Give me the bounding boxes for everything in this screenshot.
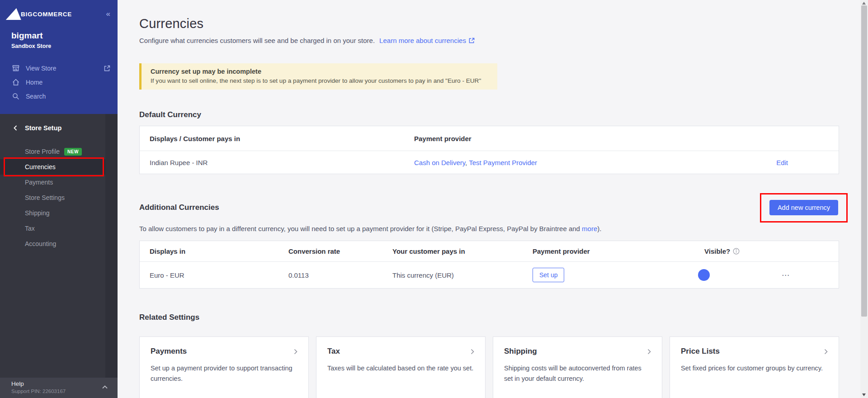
sidebar: BIGCOMMERCE « bigmart Sandbox Store View… [0, 0, 118, 398]
sidebar-item-label: Currencies [25, 163, 56, 171]
new-badge: NEW [64, 148, 82, 156]
provider-link-cash-on-delivery[interactable]: Cash on Delivery [414, 159, 465, 166]
card-title: Tax [327, 347, 340, 356]
sidebar-item-payments[interactable]: Payments [0, 175, 105, 190]
collapse-sidebar-icon[interactable]: « [106, 9, 110, 19]
provider-separator: , [465, 159, 467, 166]
sidebar-item-label: Tax [25, 225, 35, 232]
help-title: Help [11, 380, 110, 387]
sidebar-top-section: BIGCOMMERCE « bigmart Sandbox Store View… [0, 0, 118, 114]
additional-currencies-table: Displays in Conversion rate Your custome… [139, 241, 839, 289]
card-description: Set fixed prices for customer groups by … [681, 363, 828, 374]
sidebar-item-label: Search [26, 93, 46, 100]
row-menu-icon[interactable]: ⋯ [778, 270, 839, 280]
home-icon [12, 79, 19, 86]
currency-name: Euro - EUR [150, 271, 288, 279]
sidebar-item-search[interactable]: Search [0, 89, 118, 103]
column-header-displays: Displays / Customer pays in [150, 135, 414, 142]
description-suffix: ). [597, 225, 601, 232]
toggle-knob [698, 269, 710, 281]
column-header-pays-in: Your customer pays in [392, 247, 533, 255]
related-settings-cards: Payments Set up a payment provider to su… [139, 336, 839, 398]
sidebar-item-label: Accounting [25, 240, 56, 247]
store-block: bigmart Sandbox Store [0, 20, 118, 49]
external-link-icon [469, 38, 475, 43]
provider-link-test-payment-provider[interactable]: Test Payment Provider [469, 159, 537, 166]
sidebar-item-label: Home [26, 79, 42, 86]
column-header-payment-provider: Payment provider [414, 135, 762, 142]
provider-links: Cash on Delivery, Test Payment Provider [414, 159, 762, 166]
learn-more-link[interactable]: Learn more about currencies [379, 37, 475, 44]
chevron-up-icon[interactable] [102, 385, 108, 389]
external-link-icon [104, 65, 110, 71]
store-type: Sandbox Store [11, 43, 110, 49]
learn-more-label: Learn more about currencies [379, 37, 466, 44]
conversion-rate: 0.0113 [288, 271, 392, 279]
sidebar-item-label: Store Settings [25, 194, 65, 201]
sidebar-item-tax[interactable]: Tax [0, 221, 105, 236]
support-pin: Support PIN: 22603167 [11, 389, 110, 394]
help-bar[interactable]: Help Support PIN: 22603167 [0, 378, 118, 398]
sidebar-item-label: Payments [25, 179, 53, 186]
store-setup-panel: Store Setup Store Profile NEW Currencies… [0, 114, 105, 398]
additional-currencies-description: To allow customers to pay in a different… [139, 225, 860, 232]
related-card-payments[interactable]: Payments Set up a payment provider to su… [139, 336, 309, 398]
vertical-scrollbar[interactable] [860, 0, 868, 398]
page-subtitle: Configure what currencies customers will… [139, 37, 375, 44]
chevron-left-icon [14, 125, 17, 131]
sidebar-item-store-settings[interactable]: Store Settings [0, 190, 105, 205]
sidebar-item-accounting[interactable]: Accounting [0, 236, 105, 251]
scroll-down-icon[interactable] [862, 393, 866, 396]
column-header-visible: Visible? [704, 247, 778, 255]
card-title: Price Lists [681, 347, 720, 356]
sidebar-item-store-profile[interactable]: Store Profile NEW [0, 144, 105, 159]
bigcommerce-logo-icon [6, 8, 24, 20]
column-header-payment-provider: Payment provider [533, 247, 704, 255]
store-name: bigmart [11, 31, 110, 41]
info-icon[interactable] [733, 248, 740, 255]
set-up-button[interactable]: Set up [533, 268, 564, 282]
sidebar-item-home[interactable]: Home [0, 75, 118, 89]
related-card-tax[interactable]: Tax Taxes will be calculated based on th… [316, 336, 486, 398]
sidebar-item-shipping[interactable]: Shipping [0, 205, 105, 221]
page-title: Currencies [139, 16, 860, 31]
card-description: Set up a payment provider to support tra… [151, 363, 297, 384]
customer-pays-in: This currency (EUR) [392, 271, 533, 279]
card-title: Shipping [504, 347, 537, 356]
default-currency-value: Indian Rupee - INR [150, 159, 414, 166]
additional-currencies-heading: Additional Currencies [139, 203, 219, 212]
chevron-right-icon [824, 349, 828, 355]
default-currency-table: Displays / Customer pays in Payment prov… [139, 126, 839, 174]
sidebar-item-label: Shipping [25, 209, 50, 217]
related-card-price-lists[interactable]: Price Lists Set fixed prices for custome… [670, 336, 839, 398]
chevron-right-icon [294, 349, 297, 355]
sidebar-item-currencies[interactable]: Currencies [0, 159, 105, 175]
sidebar-nav: View Store Home Search [0, 61, 118, 103]
related-settings-section: Related Settings Payments Set up a payme… [139, 313, 860, 398]
additional-currencies-section: Additional Currencies Add new currency T… [139, 199, 860, 289]
card-description: Shipping costs will be autoconverted fro… [504, 363, 651, 384]
store-setup-back[interactable]: Store Setup [0, 120, 105, 136]
search-icon [12, 93, 19, 100]
scrollbar-thumb[interactable] [861, 5, 867, 317]
scroll-up-icon[interactable] [862, 2, 866, 5]
column-header-displays-in: Displays in [150, 247, 288, 255]
table-header-row: Displays / Customer pays in Payment prov… [140, 126, 839, 151]
visible-label: Visible? [704, 247, 730, 255]
table-row: Euro - EUR 0.0113 This currency (EUR) Se… [140, 262, 839, 288]
edit-link[interactable]: Edit [776, 159, 788, 166]
sidebar-item-view-store[interactable]: View Store [0, 61, 118, 75]
card-title: Payments [151, 347, 187, 356]
store-setup-items: Store Profile NEW Currencies Payments St… [0, 144, 105, 251]
related-card-shipping[interactable]: Shipping Shipping costs will be autoconv… [493, 336, 662, 398]
chevron-right-icon [647, 349, 651, 355]
sidebar-item-label: Store Profile [25, 148, 60, 155]
add-new-currency-button[interactable]: Add new currency [769, 200, 838, 215]
sidebar-submenu-area: Store Setup Store Profile NEW Currencies… [0, 114, 118, 398]
description-text: To allow customers to pay in a different… [139, 225, 582, 232]
chevron-right-icon [471, 349, 474, 355]
warning-banner-body: If you want to sell online, the next ste… [151, 77, 497, 84]
sidebar-item-label: View Store [26, 65, 56, 72]
default-currency-section: Default Currency Displays / Customer pay… [139, 110, 860, 174]
more-link[interactable]: more [582, 225, 597, 232]
